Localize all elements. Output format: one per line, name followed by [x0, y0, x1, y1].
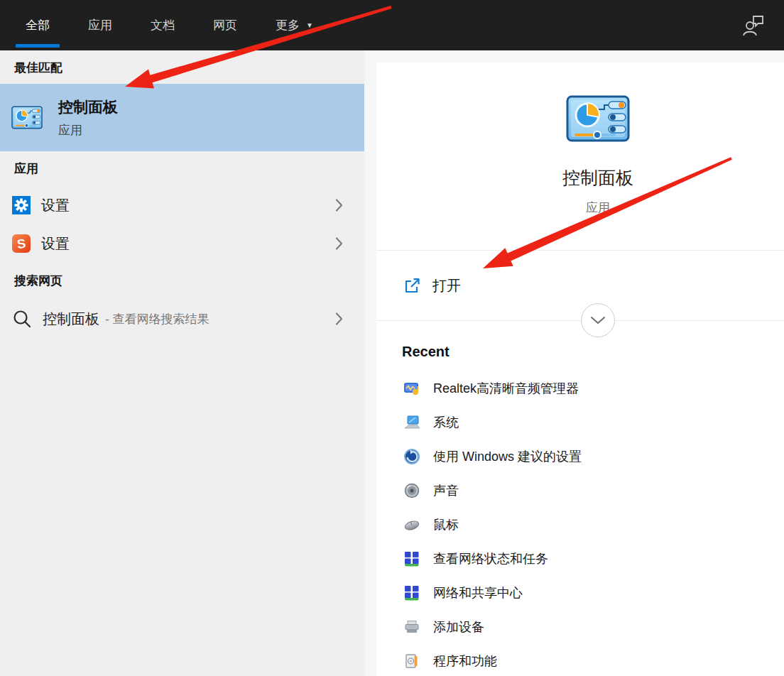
- web-search-query: 控制面板: [43, 310, 99, 329]
- recent-item-windows-suggested-settings[interactable]: 使用 Windows 建议的设置: [376, 440, 784, 474]
- search-icon: [12, 309, 32, 329]
- network-status-icon: [403, 550, 420, 567]
- tab-all[interactable]: 全部: [16, 0, 60, 50]
- tab-documents-label: 文档: [151, 17, 175, 33]
- chevron-right-icon: [335, 237, 343, 251]
- tab-more-label: 更多: [276, 17, 300, 33]
- web-search-hint: - 查看网络搜索结果: [105, 311, 209, 327]
- tab-more[interactable]: 更多 ▼: [266, 0, 323, 50]
- recent-item-label: 鼠标: [433, 516, 459, 533]
- mouse-icon: [403, 516, 420, 533]
- tab-web-label: 网页: [213, 17, 237, 33]
- detail-app-subtitle: 应用: [376, 200, 784, 216]
- recent-item-network-sharing-center[interactable]: 网络和共享中心: [376, 576, 784, 610]
- recent-item-label: 添加设备: [433, 618, 484, 636]
- recent-item-programs-features[interactable]: 程序和功能: [376, 644, 784, 676]
- search-topbar: 全部 应用 文档 网页 更多 ▼: [0, 0, 784, 50]
- best-match-item-control-panel[interactable]: 控制面板 应用: [0, 84, 364, 151]
- tab-documents[interactable]: 文档: [141, 0, 185, 50]
- windows-suggested-settings-icon: [403, 448, 420, 465]
- recent-item-label: 使用 Windows 建议的设置: [433, 448, 582, 465]
- section-divider: [376, 320, 784, 321]
- sogou-s-icon: S: [12, 234, 31, 253]
- best-match-heading: 最佳匹配: [14, 60, 62, 76]
- expand-details-button[interactable]: [581, 303, 615, 337]
- control-panel-large-icon: [566, 95, 630, 142]
- app-result-sogou-settings[interactable]: S 设置: [0, 224, 364, 263]
- recent-item-label: 网络和共享中心: [433, 584, 523, 601]
- sound-speaker-icon: [403, 482, 420, 499]
- search-results-panel: 最佳匹配 控制面板 应用 应用 设置: [0, 50, 364, 676]
- recent-item-system[interactable]: 系统: [376, 405, 784, 440]
- chevron-right-icon: [335, 199, 343, 212]
- panel-divider-gutter: [364, 50, 376, 676]
- best-match-title: 控制面板: [58, 97, 118, 117]
- person-chat-icon: [741, 12, 766, 38]
- search-filter-tabs: 全部 应用 文档 网页 更多 ▼: [16, 0, 323, 50]
- recent-item-label: Realtek高清晰音频管理器: [433, 380, 579, 397]
- open-action[interactable]: 打开: [376, 250, 784, 320]
- recent-item-realtek[interactable]: Realtek高清晰音频管理器: [376, 371, 784, 405]
- recent-item-label: 程序和功能: [433, 653, 497, 670]
- chevron-right-icon: [335, 312, 343, 326]
- recent-heading: Recent: [402, 344, 450, 360]
- open-action-label: 打开: [432, 276, 461, 295]
- best-match-subtitle: 应用: [58, 122, 118, 138]
- app-result-label: 设置: [41, 196, 70, 215]
- detail-app-title: 控制面板: [376, 166, 784, 190]
- chevron-down-icon: [590, 316, 606, 325]
- active-tab-underline: [16, 44, 60, 48]
- settings-gear-icon: [12, 196, 31, 214]
- control-panel-icon: [11, 106, 43, 129]
- add-device-icon: [403, 618, 420, 636]
- tab-web[interactable]: 网页: [203, 0, 247, 50]
- recent-item-network-status[interactable]: 查看网络状态和任务: [376, 542, 784, 576]
- realtek-audio-icon: [403, 380, 420, 397]
- system-computer-icon: [403, 414, 420, 431]
- feedback-button[interactable]: [741, 12, 766, 38]
- network-sharing-icon: [403, 584, 420, 601]
- web-search-result[interactable]: 控制面板 - 查看网络搜索结果: [0, 298, 364, 339]
- dropdown-caret-icon: ▼: [306, 21, 313, 29]
- tab-apps-label: 应用: [88, 17, 112, 33]
- programs-features-icon: [403, 653, 420, 670]
- app-result-windows-settings[interactable]: 设置: [0, 186, 364, 224]
- recent-item-sound[interactable]: 声音: [376, 474, 784, 508]
- open-external-icon: [403, 277, 420, 294]
- apps-section-heading: 应用: [14, 160, 38, 177]
- recent-item-mouse[interactable]: 鼠标: [376, 508, 784, 542]
- recent-item-add-device[interactable]: 添加设备: [376, 610, 784, 644]
- tab-apps[interactable]: 应用: [78, 0, 122, 50]
- recent-item-label: 声音: [433, 482, 459, 499]
- app-result-label: 设置: [41, 234, 70, 254]
- result-detail-card: 控制面板 应用 打开 Recent Realtek高清晰音频: [376, 62, 784, 676]
- best-match-text: 控制面板 应用: [58, 97, 118, 138]
- tab-all-label: 全部: [26, 17, 50, 33]
- recent-item-label: 查看网络状态和任务: [433, 550, 548, 567]
- recent-list: Realtek高清晰音频管理器 系统 使用 Windows 建议的设置: [376, 371, 784, 676]
- recent-item-label: 系统: [433, 414, 459, 431]
- web-search-heading: 搜索网页: [14, 273, 62, 289]
